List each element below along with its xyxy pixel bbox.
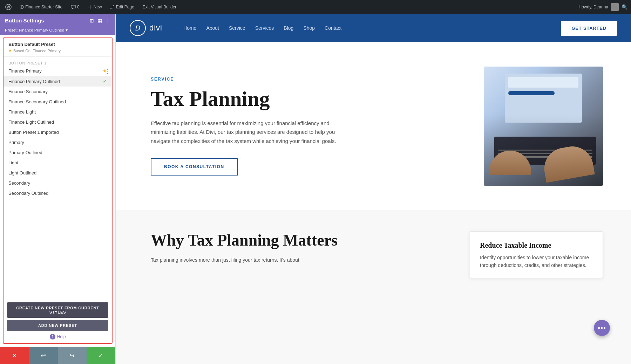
fab-button[interactable]: ••• [594, 320, 610, 336]
preset-item-secondary[interactable]: Secondary [4, 178, 112, 188]
nav-blog[interactable]: Blog [284, 24, 293, 32]
why-card: Reduce Taxable Income Identify opportuni… [470, 231, 603, 278]
preset-item-button-preset-1-imported[interactable]: Button Preset 1 imported [4, 127, 112, 137]
default-preset-title: Button Default Preset [8, 42, 107, 47]
default-preset-box: Button Default Preset ★ Based On: Financ… [4, 38, 112, 57]
why-card-title: Reduce Taxable Income [480, 241, 593, 249]
preset-list-scroll: Button Preset 1 ⋮ Finance Primary ★ Fina… [4, 57, 112, 300]
nav-home[interactable]: Home [183, 24, 196, 32]
redo-button[interactable]: ↪ [58, 347, 87, 364]
preset-item-primary-outlined[interactable]: Primary Outlined [4, 147, 112, 158]
hero-title: Tax Planning [151, 87, 463, 110]
hero-text: SERVICE Tax Planning Effective tax plann… [151, 77, 463, 176]
nav-shop[interactable]: Shop [303, 24, 315, 32]
admin-edit-page[interactable]: Edit Page [108, 0, 136, 14]
section-dots-icon[interactable]: ⋮ [105, 68, 110, 75]
admin-exit-builder[interactable]: Exit Visual Builder [141, 0, 179, 14]
panel-title: Button Settings [5, 18, 44, 23]
left-panel: Button Settings ⊞ ▦ ⋮ Preset: Finance Pr… [0, 14, 116, 364]
nav-services[interactable]: Services [255, 24, 274, 32]
fab-dots-icon: ••• [598, 324, 606, 332]
admin-comments[interactable]: 0 [69, 0, 82, 14]
admin-bar: W Finance Starter Site 0 New Edit Page E… [0, 0, 631, 14]
page-content: SERVICE Tax Planning Effective tax plann… [116, 42, 631, 364]
panel-header: Button Settings ⊞ ▦ ⋮ [0, 14, 115, 26]
preset-item-finance-secondary[interactable]: Finance Secondary [4, 87, 112, 97]
why-card-area: Reduce Taxable Income Identify opportuni… [470, 231, 603, 278]
preset-item-finance-primary-outlined[interactable]: Finance Primary Outlined ✓ [4, 76, 112, 87]
logo-text: divi [149, 23, 162, 33]
hero-image [484, 67, 603, 186]
preset-item-light[interactable]: Light [4, 158, 112, 168]
admin-new[interactable]: New [86, 0, 104, 14]
panel-inner: Button Default Preset ★ Based On: Financ… [0, 35, 115, 364]
nav-service[interactable]: Service [229, 24, 245, 32]
logo-circle: D [130, 20, 146, 36]
site-logo: D divi [130, 20, 162, 36]
help-link[interactable]: ? Help [7, 331, 108, 341]
preset-list-container: Button Default Preset ★ Based On: Financ… [3, 37, 113, 344]
undo-button[interactable]: ↩ [29, 347, 57, 364]
site-nav: D divi Home About Service Services Blog … [116, 14, 631, 42]
hero-description: Effective tax planning is essential for … [151, 119, 354, 146]
panel-icon-layout[interactable]: ▦ [97, 18, 102, 23]
nav-contact[interactable]: Contact [325, 24, 341, 32]
nav-about[interactable]: About [206, 24, 219, 32]
panel-header-icons: ⊞ ▦ ⋮ [90, 18, 110, 23]
wordpress-icon[interactable]: W [4, 2, 13, 12]
admin-bar-right: Howdy, Deanna 🔍 [579, 3, 628, 11]
create-preset-button[interactable]: CREATE NEW PRESET FROM CURRENT STYLES [7, 302, 108, 318]
panel-preset-bar[interactable]: Preset: Finance Primary Outlined ▾ [0, 26, 115, 35]
confirm-button[interactable]: ✓ [87, 347, 115, 364]
preset-item-finance-light[interactable]: Finance Light [4, 107, 112, 117]
nav-cta-button[interactable]: GET STARTED [561, 21, 617, 36]
nav-links: Home About Service Services Blog Shop Co… [183, 24, 561, 32]
hero-cta-button[interactable]: BOOK A CONSULTATION [151, 158, 238, 176]
add-preset-button[interactable]: ADD NEW PRESET [7, 320, 108, 331]
preset-section-label: Button Preset 1 [4, 59, 112, 66]
finance-primary-outlined-check-icon: ✓ [103, 78, 107, 84]
help-icon: ? [50, 334, 55, 339]
main-layout: Button Settings ⊞ ▦ ⋮ Preset: Finance Pr… [0, 14, 631, 364]
why-card-description: Identify opportunities to lower your tax… [480, 254, 593, 269]
svg-text:W: W [7, 5, 10, 9]
admin-avatar [611, 3, 619, 11]
default-preset-based: ★ Based On: Finance Primary [8, 48, 107, 53]
hero-service-label: SERVICE [151, 77, 463, 82]
admin-site-name[interactable]: Finance Starter Site [18, 0, 65, 14]
preset-item-secondary-outlined[interactable]: Secondary Outlined [4, 188, 112, 198]
preset-item-light-outlined[interactable]: Light Outlined [4, 168, 112, 178]
preset-item-finance-secondary-outlined[interactable]: Finance Secondary Outlined [4, 97, 112, 107]
why-section: Why Tax Planning Matters Tax planning in… [116, 210, 631, 292]
why-text: Why Tax Planning Matters Tax planning in… [151, 231, 449, 272]
star-icon: ★ [8, 48, 12, 53]
preset-item-finance-primary[interactable]: Finance Primary ★ [4, 66, 112, 76]
hero-section: SERVICE Tax Planning Effective tax plann… [116, 42, 631, 210]
why-description: Tax planning involves more than just fil… [151, 256, 449, 265]
panel-bottom: CREATE NEW PRESET FROM CURRENT STYLES AD… [4, 300, 112, 343]
admin-search-icon[interactable]: 🔍 [622, 4, 627, 10]
panel-icon-more[interactable]: ⋮ [106, 18, 110, 23]
cancel-button[interactable]: ✕ [0, 347, 29, 364]
content-area: D divi Home About Service Services Blog … [116, 14, 631, 364]
action-bar: ✕ ↩ ↪ ✓ [0, 346, 115, 364]
panel-icon-grid[interactable]: ⊞ [90, 18, 94, 23]
preset-item-finance-light-outlined[interactable]: Finance Light Outlined [4, 117, 112, 127]
preset-item-primary[interactable]: Primary [4, 137, 112, 147]
why-title: Why Tax Planning Matters [151, 231, 449, 250]
